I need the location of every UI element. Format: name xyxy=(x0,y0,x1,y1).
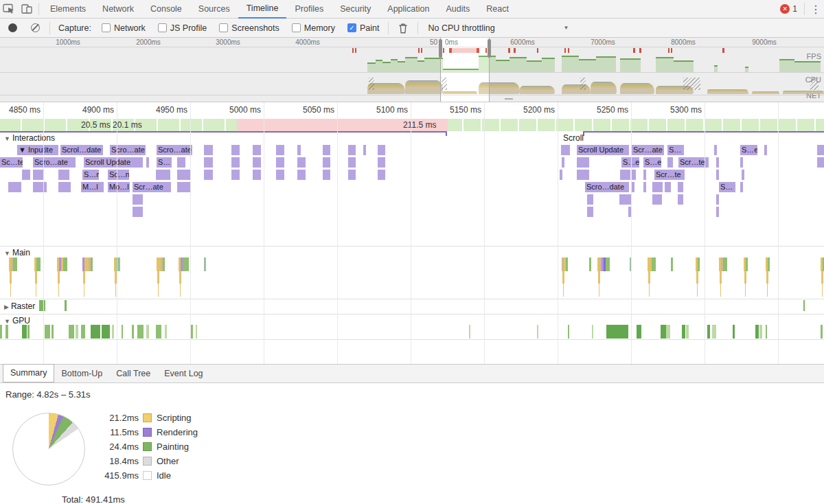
gpu-task-bar[interactable] xyxy=(759,325,762,339)
interaction-bar[interactable]: Scro…date xyxy=(585,182,629,192)
drawer-tab-summary[interactable]: Summary xyxy=(3,364,54,382)
interaction-bar[interactable] xyxy=(678,194,683,205)
main-task-bar[interactable] xyxy=(608,257,610,271)
gpu-task-bar[interactable] xyxy=(712,325,716,339)
interaction-bar[interactable] xyxy=(560,170,562,180)
interaction-bar[interactable] xyxy=(177,170,190,180)
tab-console[interactable]: Console xyxy=(142,0,190,19)
interaction-bar[interactable] xyxy=(577,170,589,180)
gpu-task-bar[interactable] xyxy=(733,325,735,339)
section-main[interactable]: ▼Main xyxy=(4,247,30,258)
interaction-bar[interactable] xyxy=(561,145,570,155)
interaction-bar[interactable] xyxy=(577,157,589,168)
checkbox-js-profile[interactable]: JS Profile xyxy=(158,23,207,33)
interaction-bar[interactable] xyxy=(619,194,631,205)
tab-security[interactable]: Security xyxy=(332,0,379,19)
window-handle-left[interactable] xyxy=(439,39,442,58)
interaction-bar[interactable] xyxy=(678,182,683,192)
interaction-bar[interactable] xyxy=(348,145,356,155)
gpu-task-bar[interactable] xyxy=(606,325,628,339)
main-task-bar[interactable] xyxy=(746,257,748,271)
gpu-task-bar[interactable] xyxy=(137,325,144,339)
main-task-bar[interactable] xyxy=(671,257,673,271)
interaction-bar[interactable] xyxy=(177,182,190,192)
interaction-bar[interactable] xyxy=(716,194,719,205)
tab-timeline[interactable]: Timeline xyxy=(238,0,287,19)
interaction-bar[interactable] xyxy=(378,170,385,180)
interaction-bar[interactable] xyxy=(323,157,330,168)
gpu-task-bar[interactable] xyxy=(156,325,161,339)
drawer-tab-call-tree[interactable]: Call Tree xyxy=(109,365,157,382)
interaction-bar[interactable] xyxy=(742,170,744,180)
interaction-bar[interactable] xyxy=(58,182,71,192)
interaction-bar[interactable] xyxy=(587,207,593,217)
interaction-bar[interactable] xyxy=(204,145,213,155)
interaction-bar[interactable] xyxy=(716,157,719,168)
interaction-bar[interactable] xyxy=(323,145,330,155)
error-badge[interactable]: ✕ 1 xyxy=(780,4,797,14)
interaction-bar[interactable]: S…e xyxy=(621,157,639,168)
section-interactions[interactable]: ▼Interactions xyxy=(4,133,55,144)
gpu-task-bar[interactable] xyxy=(76,325,78,339)
interaction-bar[interactable] xyxy=(58,170,69,180)
gpu-task-bar[interactable] xyxy=(821,325,823,339)
tab-sources[interactable]: Sources xyxy=(190,0,238,19)
gpu-task-bar[interactable] xyxy=(81,325,85,339)
interaction-bar[interactable] xyxy=(22,170,30,180)
interaction-bar[interactable]: Scr…te xyxy=(654,170,685,180)
interaction-bar[interactable]: Sc…n xyxy=(108,170,129,180)
interaction-bar[interactable]: Scro…ate xyxy=(110,145,146,155)
interaction-bar[interactable]: S…e xyxy=(643,157,661,168)
interaction-bar[interactable] xyxy=(667,157,673,168)
interaction-bar[interactable] xyxy=(817,157,824,168)
interaction-bar[interactable]: Mo…l xyxy=(108,182,130,192)
interaction-bar[interactable] xyxy=(253,157,261,168)
raster-task-bar[interactable] xyxy=(65,300,67,311)
interaction-bar[interactable] xyxy=(652,182,663,192)
tab-audits[interactable]: Audits xyxy=(437,0,478,19)
gpu-task-bar[interactable] xyxy=(661,325,666,339)
gpu-task-bar[interactable] xyxy=(132,325,134,339)
interaction-bar[interactable] xyxy=(714,145,717,155)
interaction-bar[interactable] xyxy=(204,157,213,168)
interaction-bar[interactable]: S… xyxy=(157,157,172,168)
interaction-bar[interactable]: S…e xyxy=(740,145,757,155)
interaction-bar[interactable] xyxy=(146,157,149,168)
gpu-task-bar[interactable] xyxy=(568,325,569,339)
interaction-bar[interactable] xyxy=(231,170,240,180)
interaction-bar[interactable] xyxy=(276,157,284,168)
main-task-bar[interactable] xyxy=(725,257,727,271)
gpu-task-bar[interactable] xyxy=(469,325,470,339)
checkbox-paint[interactable]: ✓Paint xyxy=(347,23,380,33)
main-task-bar[interactable] xyxy=(768,257,770,271)
record-button[interactable] xyxy=(8,23,17,32)
tab-profiles[interactable]: Profiles xyxy=(286,0,332,19)
interaction-bar[interactable] xyxy=(8,182,21,192)
gpu-task-bar[interactable] xyxy=(707,325,710,339)
interaction-bar[interactable] xyxy=(133,207,143,217)
interaction-bar[interactable] xyxy=(253,145,261,155)
main-task-bar[interactable] xyxy=(163,257,165,271)
gpu-task-bar[interactable] xyxy=(146,325,149,339)
section-raster[interactable]: ▶Raster xyxy=(4,301,35,312)
gpu-task-bar[interactable] xyxy=(45,325,50,339)
gpu-task-bar[interactable] xyxy=(69,325,74,339)
inspect-element-icon[interactable] xyxy=(0,0,18,18)
gpu-task-bar[interactable] xyxy=(196,325,197,339)
gpu-task-bar[interactable] xyxy=(666,325,670,339)
interaction-bar[interactable] xyxy=(643,170,646,180)
raster-task-bar[interactable] xyxy=(803,300,805,311)
interaction-bar[interactable] xyxy=(348,170,356,180)
interaction-bar[interactable] xyxy=(156,170,170,180)
interaction-bar[interactable] xyxy=(643,182,646,192)
cpu-throttling-select[interactable]: No CPU throttling ▼ xyxy=(428,23,569,33)
gpu-task-bar[interactable] xyxy=(766,325,767,339)
window-handle-right[interactable] xyxy=(488,39,491,58)
drawer-tab-event-log[interactable]: Event Log xyxy=(157,365,209,382)
gpu-task-bar[interactable] xyxy=(682,325,685,339)
tab-elements[interactable]: Elements xyxy=(42,0,94,19)
checkbox-screenshots[interactable]: Screenshots xyxy=(219,23,279,33)
main-task-bar[interactable] xyxy=(65,257,67,271)
interaction-bar[interactable]: Scrol…date xyxy=(60,145,103,155)
interaction-bar[interactable]: ▼ Inputite xyxy=(17,145,58,155)
